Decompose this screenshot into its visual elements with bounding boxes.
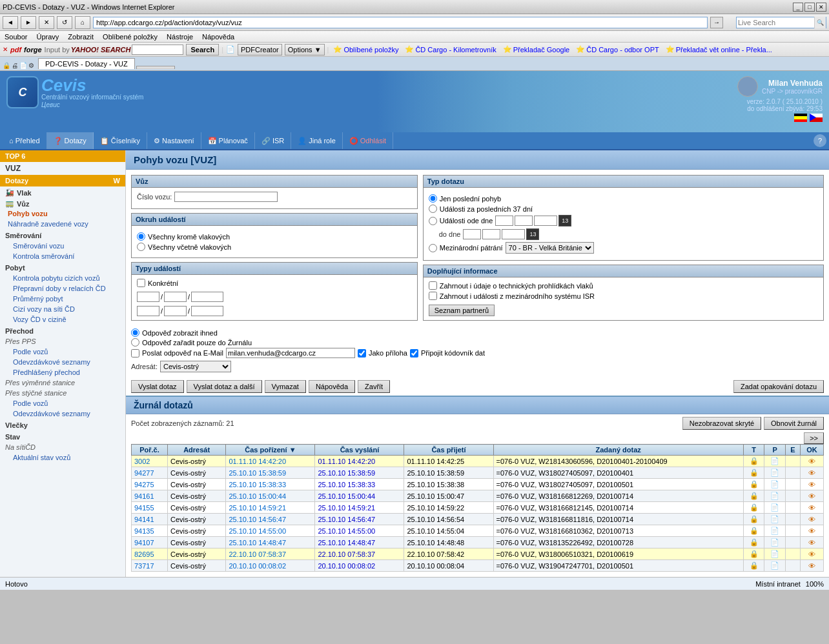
table-cell[interactable]: 📄 [764,514,785,525]
options-btn[interactable]: Options ▼ [285,44,325,55]
do-dne-mm[interactable] [482,229,500,239]
table-cell[interactable]: 👁 [800,456,823,467]
jako-priloha-item[interactable]: Jako příloha [358,349,407,357]
minimize-btn[interactable]: _ [793,3,803,12]
table-cell[interactable] [785,525,800,537]
typ-option-3[interactable]: Události ode dne [429,217,493,225]
table-cell[interactable]: 94141 [132,514,168,525]
event-date-1c[interactable] [191,292,223,302]
konkretni-checkbox[interactable] [137,279,145,287]
menu-nastroje[interactable]: Nástroje [165,33,195,41]
ode-dne-yyyy[interactable] [534,216,557,226]
maximize-btn[interactable]: □ [804,3,815,12]
table-cell[interactable]: 25.10.10 14:48:47 [315,537,404,548]
table-cell[interactable]: 👁 [800,548,823,560]
pdf-creator-btn[interactable]: PDFCreator [238,44,282,55]
typ-radio-3[interactable] [429,217,437,225]
col-adresat[interactable]: Adresát [167,445,225,456]
table-cell[interactable]: 📄 [764,479,785,490]
odpoved-zurnal-radio[interactable] [131,338,139,347]
event-date-2c[interactable] [191,306,223,316]
table-row[interactable]: 94107Cevis-ostrý25.10.10 14:48:4725.10.1… [132,537,824,548]
bookmark-km[interactable]: ⭐ ČD Cargo - Kilometrovník [403,45,498,54]
event-date-2a[interactable] [137,306,159,316]
table-cell[interactable] [785,502,800,514]
table-row[interactable]: 94155Cevis-ostrý25.10.10 14:59:2125.10.1… [132,502,824,514]
table-cell[interactable]: 25.10.10 15:00:44 [226,490,315,502]
menu-oblibene[interactable]: Oblíbené položky [101,33,159,41]
sidebar-item-smerovani-vozu[interactable]: Směrování vozu [0,241,125,251]
mezinarodni-select[interactable]: 70 - BR - Velká Británie [506,242,594,254]
table-cell[interactable] [785,490,800,502]
sidebar-item-prepravni-doby[interactable]: Přepravní doby v relacích ČD [0,283,125,294]
stop-btn[interactable]: ✕ [39,16,54,29]
vyslat-dotaz-btn[interactable]: Vyslat dotaz [131,380,184,393]
sidebar-group-vuz[interactable]: 🚃 Vůz [0,197,125,208]
vyslat-dotaz-dalsi-btn[interactable]: Vyslat dotaz a další [187,380,262,393]
table-cell[interactable] [785,467,800,479]
sidebar-item-stycne-vozy[interactable]: Podle vozů [0,398,125,408]
sidebar-item-nahradne[interactable]: Náhradně zavedené vozy [0,219,125,229]
table-cell[interactable]: 👁 [800,560,823,572]
isr-checkbox-item[interactable]: Zahrnout i události z mezinárodního syst… [429,292,818,300]
col-cas-prijeti[interactable]: Čas přijetí [404,445,493,456]
event-date-2b[interactable] [164,306,187,316]
okruh-radio-1[interactable] [137,232,145,241]
table-cell[interactable]: 25.10.10 14:55:00 [226,525,315,537]
table-cell[interactable] [785,514,800,525]
table-cell[interactable]: 📄 [764,456,785,467]
bookmark-prekladac2[interactable]: ⭐ Překladač vět online - Překla... [664,45,774,54]
do-dne-cal-btn[interactable]: 13 [526,228,539,240]
back-btn[interactable]: ◄ [3,16,18,29]
table-cell[interactable]: 20.10.10 00:08:02 [226,560,315,572]
table-row[interactable]: 82695Cevis-ostrý22.10.10 07:58:3722.10.1… [132,548,824,560]
table-cell[interactable]: 👁 [800,467,823,479]
poslat-email-checkbox[interactable] [131,349,139,357]
table-cell[interactable]: 25.10.10 14:56:47 [315,514,404,525]
odpoved-ihned-option[interactable]: Odpověď zobrazit ihned [131,328,824,337]
col-por[interactable]: Poř.č. [132,445,168,456]
sidebar-item-cizi-vozy[interactable]: Cizí vozy na síti ČD [0,304,125,314]
table-cell[interactable]: 👁 [800,514,823,525]
nav-help-btn[interactable]: ? [814,134,826,147]
technicke-checkbox[interactable] [429,281,437,290]
typ-radio-2[interactable] [429,205,437,213]
refresh-btn[interactable]: ↺ [57,16,72,29]
table-cell[interactable]: 25.10.10 14:59:21 [315,502,404,514]
typ-radio-mezinarodni[interactable] [429,244,437,252]
technicke-checkbox-item[interactable]: Zahrnout i údaje o technických prohlídká… [429,281,818,290]
close-btn[interactable]: ✕ [816,3,826,12]
odpoved-ihned-radio[interactable] [131,328,139,337]
live-search-input[interactable] [737,17,814,28]
konkretni-checkbox-item[interactable]: Konkrétní [137,279,412,287]
col-ok[interactable]: OK [800,445,823,456]
odpoved-zurnal-option[interactable]: Odpověď zařadit pouze do Žurnálu [131,338,824,347]
new-tab-area[interactable] [136,66,175,69]
nezobrazovat-btn[interactable]: Nezobrazovat skryté [682,417,761,430]
table-cell[interactable]: 📄 [764,490,785,502]
table-cell[interactable]: 25.10.10 15:38:59 [315,467,404,479]
nav-nastaveni[interactable]: ⚙ Nastavení [147,132,201,149]
table-cell[interactable]: 22.10.10 07:58:37 [315,548,404,560]
col-dotaz[interactable]: Zadaný dotaz [493,445,743,456]
table-row[interactable]: 94275Cevis-ostrý25.10.10 15:38:3325.10.1… [132,479,824,490]
table-row[interactable]: 94135Cevis-ostrý25.10.10 14:55:0025.10.1… [132,525,824,537]
browser-tab[interactable]: PD-CEVIS - Dotazy - VUZ [38,58,135,69]
sidebar-item-kontrola-smerovani[interactable]: Kontrola směrování [0,251,125,261]
table-cell[interactable]: 🔒 [743,456,764,467]
table-cell[interactable]: 🔒 [743,548,764,560]
home-btn[interactable]: ⌂ [75,16,90,29]
table-cell[interactable]: 🔒 [743,502,764,514]
table-cell[interactable]: 25.10.10 15:38:33 [315,479,404,490]
bookmark-cdcargo-opt[interactable]: ⭐ ČD Cargo - odbor OPT [574,45,660,54]
mezinarodni-option[interactable]: Mezinárodní pátrání [429,244,503,252]
table-cell[interactable]: 🔒 [743,479,764,490]
live-search-btn[interactable]: 🔍 [814,17,826,28]
nav-jina-role[interactable]: 👤 Jiná role [291,132,343,149]
sidebar-item-prumerny-pobyt[interactable]: Průměrný pobyt [0,294,125,304]
col-cas-vyslani[interactable]: Čas vyslání [315,445,404,456]
table-row[interactable]: 94161Cevis-ostrý25.10.10 15:00:4425.10.1… [132,490,824,502]
table-cell[interactable]: 94155 [132,502,168,514]
table-row[interactable]: 73717Cevis-ostrý20.10.10 00:08:0220.10.1… [132,560,824,572]
cislo-vozu-input[interactable] [174,192,278,202]
